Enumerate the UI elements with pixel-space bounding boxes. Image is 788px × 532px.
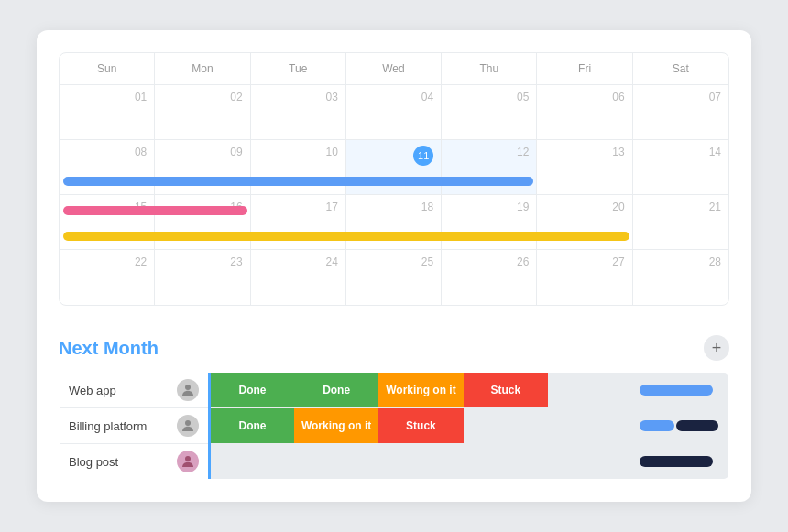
week-3: 15 16 17 18 19 20 21 — [60, 195, 728, 250]
section-title: Next Month — [59, 338, 159, 359]
status-empty — [464, 408, 548, 444]
cal-cell-23: 23 — [155, 250, 250, 305]
status-stuck: Stuck — [464, 373, 548, 408]
mini-bar-blue — [640, 420, 674, 431]
calendar: Sun Mon Tue Wed Thu Fri Sat 01 02 03 04 … — [59, 52, 729, 306]
status-working: Working on it — [294, 408, 378, 444]
header-sat: Sat — [633, 53, 728, 84]
cal-cell-02: 02 — [155, 85, 250, 140]
table-row: Blog post — [60, 444, 729, 480]
project-name-cell: Web app — [60, 373, 210, 408]
mini-bar-cell — [632, 444, 728, 480]
project-name: Web app — [69, 384, 116, 397]
mini-bar-cell — [632, 408, 728, 444]
cal-cell-25: 25 — [346, 250, 442, 305]
cal-cell-24: 24 — [251, 250, 346, 305]
cal-cell-26: 26 — [442, 250, 537, 305]
status-empty — [548, 373, 632, 408]
cal-cell-10: 10 — [251, 140, 346, 195]
status-done-2: Done — [294, 373, 378, 408]
avatar — [177, 451, 199, 472]
cal-cell-12: 12 — [442, 140, 537, 195]
project-name-cell: Billing platform — [60, 408, 210, 444]
cal-cell-05: 05 — [442, 85, 537, 140]
svg-point-0 — [185, 385, 191, 390]
cal-cell-07: 07 — [633, 85, 728, 140]
cal-cell-06: 06 — [537, 85, 632, 140]
calendar-header: Sun Mon Tue Wed Thu Fri Sat — [60, 53, 728, 85]
main-card: Sun Mon Tue Wed Thu Fri Sat 01 02 03 04 … — [37, 30, 751, 502]
mini-bar-cell — [632, 373, 728, 408]
cal-cell-18: 18 — [346, 195, 442, 250]
cal-cell-03: 03 — [251, 85, 346, 140]
cal-cell-04: 04 — [346, 85, 442, 140]
header-mon: Mon — [155, 53, 250, 84]
cal-cell-15: 15 — [60, 195, 155, 250]
header-fri: Fri — [537, 53, 632, 84]
add-button[interactable]: + — [704, 335, 729, 361]
week-2: 08 09 10 11 12 13 14 — [60, 140, 728, 195]
cal-cell-13: 13 — [537, 140, 632, 195]
mini-bar-blue — [640, 385, 713, 396]
status-empty-2 — [294, 444, 378, 480]
project-name: Billing platform — [69, 419, 147, 433]
header-tue: Tue — [251, 53, 346, 84]
cal-cell-20: 20 — [537, 195, 632, 250]
mini-bar-dark — [640, 456, 713, 467]
status-empty-3 — [378, 444, 463, 480]
header-sun: Sun — [60, 53, 155, 84]
header-thu: Thu — [442, 53, 537, 84]
cal-cell-08: 08 — [60, 140, 155, 195]
table-row: Web app Done Done Working on it Stuck — [60, 373, 729, 408]
header-wed: Wed — [346, 53, 442, 84]
week-1: 01 02 03 04 05 06 07 — [60, 85, 728, 140]
cal-cell-17: 17 — [251, 195, 346, 250]
table-row: Billing platform Done Working on it Stuc… — [60, 408, 729, 444]
cal-cell-11: 11 — [346, 140, 442, 195]
status-empty-2 — [548, 408, 632, 444]
status-empty-1 — [210, 444, 294, 480]
project-name: Blog post — [69, 455, 118, 469]
project-name-cell: Blog post — [60, 444, 210, 480]
section-header: Next Month + — [59, 335, 729, 361]
status-stuck: Stuck — [378, 408, 463, 444]
cal-cell-22: 22 — [60, 250, 155, 305]
projects-table: Web app Done Done Working on it Stuck — [59, 372, 729, 480]
cal-cell-21: 21 — [633, 195, 728, 250]
next-month-section: Next Month + Web app Done Done Working o… — [59, 335, 729, 480]
status-done-1: Done — [210, 373, 294, 408]
mini-bar-dark — [676, 420, 718, 431]
status-working: Working on it — [378, 373, 463, 408]
cal-cell-28: 28 — [633, 250, 728, 305]
cal-cell-01: 01 — [60, 85, 155, 140]
week-4: 22 23 24 25 26 27 28 — [60, 250, 728, 305]
status-empty-4 — [464, 444, 548, 480]
cal-cell-16: 16 — [155, 195, 250, 250]
cal-cell-14: 14 — [633, 140, 728, 195]
cal-cell-27: 27 — [537, 250, 632, 305]
cal-cell-19: 19 — [442, 195, 537, 250]
avatar — [177, 379, 199, 401]
cal-cell-09: 09 — [155, 140, 250, 195]
avatar — [177, 415, 199, 437]
svg-point-1 — [185, 420, 191, 426]
status-empty-5 — [548, 444, 632, 480]
status-done: Done — [210, 408, 294, 444]
svg-point-2 — [185, 456, 191, 461]
